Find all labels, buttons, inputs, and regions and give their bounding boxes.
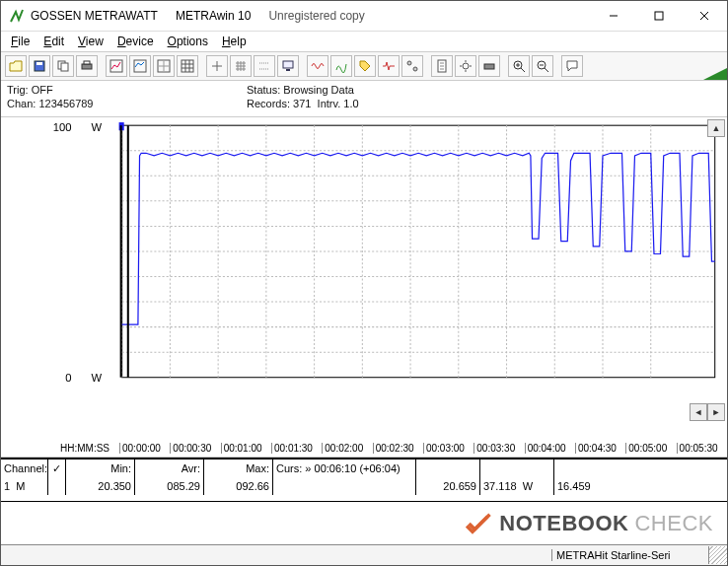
intrv-label: Intrv. <box>318 98 341 109</box>
svg-point-19 <box>463 63 469 69</box>
trig-value: OFF <box>32 84 53 96</box>
table-row[interactable]: 1 M 20.350 085.29 092.66 20.659 37.118 W… <box>1 477 727 495</box>
svg-rect-5 <box>36 62 42 65</box>
bottom-bar: NOTEBOOKCHECK METRAHit Starline-Seri <box>1 501 727 565</box>
chart-canvas: 100W0W <box>1 117 727 399</box>
svg-rect-7 <box>61 63 68 71</box>
close-button[interactable] <box>682 1 727 31</box>
plot-area[interactable]: 100W0W ▲ ◄ ► <box>1 117 727 439</box>
minimize-button[interactable] <box>591 1 636 31</box>
menu-device[interactable]: Device <box>111 33 160 50</box>
data-grid: Channel: ✓ Min: Avr: Max: Curs: » 00:06:… <box>1 458 727 501</box>
svg-text:100: 100 <box>53 121 72 133</box>
tool-doc-icon[interactable] <box>431 55 453 77</box>
svg-point-16 <box>407 61 411 65</box>
tool-monitor-icon[interactable] <box>277 55 299 77</box>
x-tick: 00:02:30 <box>373 443 423 454</box>
tool-print2-icon[interactable] <box>478 55 500 77</box>
status-row: Trig: OFF Chan: 123456789 Status: Browsi… <box>1 81 727 117</box>
hdr-avr: Avr: <box>135 460 204 477</box>
data-grid-header: Channel: ✓ Min: Avr: Max: Curs: » 00:06:… <box>1 460 727 477</box>
title-status: Unregistered copy <box>268 9 364 23</box>
tool-open-icon[interactable] <box>5 55 27 77</box>
hdr-channel: Channel: <box>1 460 48 477</box>
scroll-right-button[interactable]: ► <box>707 403 725 421</box>
watermark: NOTEBOOKCHECK <box>466 510 713 537</box>
x-tick: 00:00:30 <box>170 443 220 454</box>
row-max: 092.66 <box>204 477 273 495</box>
tool-print-icon[interactable] <box>76 55 98 77</box>
tool-pulse-icon[interactable] <box>378 55 400 77</box>
scroll-up-button[interactable]: ▲ <box>707 119 725 137</box>
row-avr: 085.29 <box>135 477 204 495</box>
row-v3: 16.459 <box>554 477 727 495</box>
x-tick: 00:04:30 <box>575 443 625 454</box>
hdr-checkbox[interactable]: ✓ <box>48 460 66 477</box>
svg-text:W: W <box>92 372 103 384</box>
tool-grid3-icon[interactable] <box>254 55 275 77</box>
app-window: GOSSEN METRAWATT METRAwin 10 Unregistere… <box>0 0 728 566</box>
watermark-b: CHECK <box>634 511 713 536</box>
tool-tag-icon[interactable] <box>354 55 376 77</box>
x-tick: 00:05:00 <box>625 443 676 454</box>
menu-file[interactable]: File <box>5 33 36 50</box>
tool-cfg-icon[interactable] <box>401 55 423 77</box>
row-ch: 1 <box>4 480 10 492</box>
tool-table-icon[interactable] <box>177 55 198 77</box>
resize-grip-icon[interactable] <box>708 546 727 564</box>
tool-save-icon[interactable] <box>29 55 50 77</box>
tool-wave-icon[interactable] <box>307 55 328 77</box>
records-value: 371 <box>293 98 311 109</box>
tool-settings-icon[interactable] <box>455 55 476 77</box>
svg-rect-20 <box>484 64 494 69</box>
svg-rect-8 <box>82 64 92 69</box>
x-tick: 00:03:00 <box>423 443 473 454</box>
tool-chat-icon[interactable] <box>561 55 583 77</box>
menu-help[interactable]: Help <box>216 33 253 50</box>
svg-rect-13 <box>182 60 193 72</box>
menu-options[interactable]: Options <box>162 33 214 50</box>
status-value: Browsing Data <box>283 84 354 96</box>
tool-copy-icon[interactable] <box>52 55 74 77</box>
row-v2: 37.118 <box>483 480 517 492</box>
x-tick: 00:00:00 <box>119 443 170 454</box>
menu-view[interactable]: View <box>72 33 109 50</box>
scroll-left-button[interactable]: ◄ <box>690 403 707 421</box>
titlebar: GOSSEN METRAWATT METRAwin 10 Unregistere… <box>1 1 727 32</box>
svg-rect-48 <box>120 125 122 378</box>
x-tick: 00:05:30 <box>677 443 727 454</box>
title-vendor: GOSSEN METRAWATT <box>31 9 158 23</box>
svg-line-22 <box>521 68 525 72</box>
row-v2u: W <box>523 480 533 492</box>
x-axis: HH:MM:SS 00:00:0000:00:3000:01:0000:01:3… <box>1 439 727 458</box>
svg-text:0: 0 <box>65 372 71 384</box>
svg-point-17 <box>413 67 417 71</box>
records-label: Records: <box>247 98 290 109</box>
tool-chart3-icon[interactable] <box>153 55 175 77</box>
title-app: METRAwin 10 <box>176 9 251 23</box>
toolbar-corner-icon <box>703 68 727 80</box>
watermark-a: NOTEBOOK <box>499 511 628 536</box>
row-min: 20.350 <box>66 477 135 495</box>
tool-grid1-icon[interactable] <box>206 55 228 77</box>
x-axis-ticks: 00:00:0000:00:3000:01:0000:01:3000:02:00… <box>119 443 727 454</box>
statusbar-device: METRAHit Starline-Seri <box>551 549 708 561</box>
svg-rect-1 <box>655 12 663 20</box>
tool-signal-icon[interactable] <box>330 55 352 77</box>
app-icon <box>9 8 25 24</box>
hdr-curs: Curs: » 00:06:10 (+06:04) <box>273 460 416 477</box>
intrv-value: 1.0 <box>343 98 358 109</box>
tool-zoom-out-icon[interactable] <box>532 55 553 77</box>
maximize-button[interactable] <box>636 1 682 31</box>
menu-edit[interactable]: Edit <box>37 33 70 50</box>
hdr-min: Min: <box>66 460 135 477</box>
tool-chart2-icon[interactable] <box>129 55 151 77</box>
x-tick: 00:04:00 <box>525 443 575 454</box>
tool-chart1-icon[interactable] <box>106 55 127 77</box>
x-tick: 00:01:00 <box>221 443 271 454</box>
tool-grid2-icon[interactable] <box>230 55 252 77</box>
tool-zoom-in-icon[interactable] <box>508 55 530 77</box>
status-label: Status: <box>247 84 280 96</box>
hdr-max: Max: <box>204 460 273 477</box>
x-tick: 00:01:30 <box>271 443 322 454</box>
